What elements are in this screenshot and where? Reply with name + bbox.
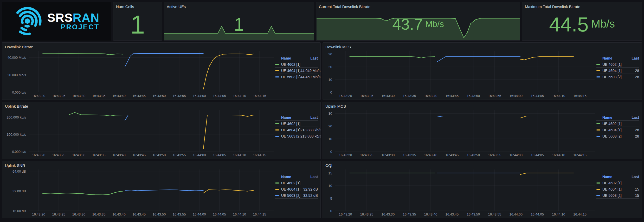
legend-row[interactable]: UE 5603 [2]28	[596, 74, 639, 80]
y-axis-labels: 40.000 Mb/s20.000 Mb/s0.000 b/s	[4, 51, 29, 92]
logo-wordmark: SRSRAN PROJECT	[47, 12, 99, 31]
x-tick-label: 16:43:20	[32, 94, 45, 98]
legend-name-header[interactable]: Name	[596, 115, 612, 120]
x-axis-labels: 16:43:2016:43:2516:43:3016:43:3516:43:40…	[335, 92, 595, 99]
x-tick-label: 16:43:45	[446, 94, 459, 98]
legend-row[interactable]: UE 4602 [1]	[596, 180, 639, 186]
x-tick-label: 16:43:25	[360, 153, 373, 157]
legend-header[interactable]: NameLast	[596, 174, 639, 180]
series-color-swatch-icon	[275, 195, 279, 196]
legend-series-name[interactable]: UE 5603 [2]	[281, 75, 300, 79]
panel-title-downlink-mcs[interactable]: Downlink MCS	[323, 43, 642, 50]
legend-row[interactable]: UE 5603 [2]44.459 Mb/s	[275, 74, 318, 80]
legend-last-header[interactable]: Last	[310, 56, 318, 60]
legend-row[interactable]: UE 4602 [1]	[275, 121, 318, 127]
panel-title-uplink-snr[interactable]: Uplink SNR	[2, 161, 320, 169]
legend-series-name[interactable]: UE 4602 [1]	[602, 62, 622, 67]
legend-last-header[interactable]: Last	[632, 175, 639, 179]
panel-max-downlink-bitrate: Maximum Total Downlink Bitrate 44.5 Mb/s	[522, 2, 642, 41]
legend-header[interactable]: NameLast	[596, 114, 639, 121]
dashboard: SRSRAN PROJECT Num Cells 1 Active UEs 1 …	[0, 0, 644, 222]
legend-row[interactable]: UE 4602 [1]	[275, 180, 318, 186]
panel-title-cqi[interactable]: CQI	[323, 161, 642, 169]
legend-series-name[interactable]: UE 4604 [1]	[602, 187, 622, 191]
legend-row[interactable]: UE 4602 [1]	[596, 61, 639, 68]
legend-row[interactable]: UE 4604 [1]44.049 Mb/s	[275, 68, 318, 74]
series-color-swatch-icon	[275, 129, 279, 130]
legend-series-name[interactable]: UE 4602 [1]	[281, 62, 300, 67]
legend-series-name[interactable]: UE 4602 [1]	[281, 181, 300, 185]
legend-row[interactable]: UE 5603 [2]15	[596, 192, 639, 199]
srsran-radar-icon	[14, 6, 43, 37]
legend-header[interactable]: NameLast	[275, 174, 318, 180]
legend-name-header[interactable]: Name	[275, 115, 291, 120]
x-tick-label: 16:43:50	[467, 212, 480, 216]
legend-series-name[interactable]: UE 4604 [1]	[602, 128, 622, 132]
x-tick-label: 16:44:10	[552, 94, 565, 98]
x-tick-label: 16:43:20	[339, 94, 352, 98]
panel-title-uplink-mcs[interactable]: Uplink MCS	[323, 102, 642, 110]
legend-series-name[interactable]: UE 4604 [1]	[281, 69, 300, 73]
x-tick-label: 16:43:35	[92, 212, 106, 216]
x-tick-label: 16:44:10	[233, 153, 246, 157]
panel-title-downlink-bitrate[interactable]: Downlink Bitrate	[2, 43, 320, 50]
chart-legend: NameLastUE 4602 [1]UE 4604 [1]15UE 5603 …	[595, 174, 640, 199]
legend-name-header[interactable]: Name	[275, 56, 291, 60]
legend-row[interactable]: UE 4604 [1]15	[596, 186, 639, 192]
legend-series-name[interactable]: UE 4602 [1]	[602, 122, 622, 126]
legend-row[interactable]: UE 5603 [2]32.52 dB	[275, 192, 318, 199]
x-tick-label: 16:43:55	[173, 153, 186, 157]
legend-last-header[interactable]: Last	[632, 56, 639, 60]
legend-row[interactable]: UE 5603 [2]28	[596, 133, 639, 139]
chart-plot[interactable]	[29, 169, 274, 211]
legend-last-header[interactable]: Last	[310, 175, 318, 179]
legend-series-name[interactable]: UE 4604 [1]	[602, 69, 622, 73]
legend-header[interactable]: NameLast	[275, 114, 318, 121]
legend-name-header[interactable]: Name	[596, 175, 612, 179]
y-axis-labels: 64.00 dB32.00 dB16.00 dB	[4, 169, 29, 211]
legend-last-header[interactable]: Last	[310, 115, 318, 120]
x-tick-label: 16:43:40	[112, 212, 126, 216]
chart-plot[interactable]	[29, 110, 274, 152]
panel-num-cells: Num Cells 1	[113, 2, 162, 41]
x-tick-label: 16:44:15	[573, 212, 587, 216]
y-tick-label: 20	[329, 124, 332, 128]
legend-series-name[interactable]: UE 5603 [2]	[602, 193, 622, 198]
y-tick-label: 32.00 dB	[12, 189, 26, 193]
panel-uplink-snr: Uplink SNR 64.00 dB32.00 dB16.00 dB Name…	[2, 161, 321, 218]
x-tick-label: 16:43:30	[382, 94, 395, 98]
legend-series-name[interactable]: UE 4602 [1]	[281, 122, 300, 126]
x-tick-label: 16:43:35	[403, 153, 416, 157]
legend-last-header[interactable]: Last	[632, 115, 639, 120]
legend-series-name[interactable]: UE 4604 [1]	[281, 187, 300, 191]
chart-legend: NameLastUE 4602 [1]UE 4604 [1]32.92 dBUE…	[274, 174, 318, 199]
legend-header[interactable]: NameLast	[596, 55, 639, 61]
legend-series-name[interactable]: UE 4602 [1]	[602, 181, 622, 185]
legend-row[interactable]: UE 4602 [1]	[275, 61, 318, 68]
legend-row[interactable]: UE 4604 [1]28	[596, 68, 639, 74]
legend-series-name[interactable]: UE 5603 [2]	[602, 134, 622, 138]
chart-plot[interactable]	[335, 110, 595, 152]
legend-row[interactable]: UE 4604 [1]28	[596, 127, 639, 133]
legend-series-name[interactable]: UE 5603 [2]	[281, 134, 300, 138]
series-color-swatch-icon	[275, 136, 279, 137]
legend-name-header[interactable]: Name	[596, 56, 612, 60]
chart-plot[interactable]	[335, 169, 595, 211]
legend-row[interactable]: UE 4602 [1]	[596, 121, 639, 127]
x-tick-label: 16:44:05	[213, 212, 226, 216]
legend-row[interactable]: UE 4604 [1]213.888 kb/s	[275, 127, 318, 133]
x-tick-label: 16:43:45	[132, 212, 146, 216]
legend-series-name[interactable]: UE 4604 [1]	[281, 128, 300, 132]
panel-title-uplink-bitrate[interactable]: Uplink Bitrate	[2, 102, 320, 110]
legend-last-value: 44.049 Mb/s	[300, 69, 320, 73]
chart-plot[interactable]	[29, 51, 274, 92]
legend-header[interactable]: NameLast	[275, 55, 318, 61]
legend-last-value: 28	[635, 128, 639, 132]
chart-plot[interactable]	[335, 51, 595, 92]
x-tick-label: 16:43:25	[360, 94, 373, 98]
legend-series-name[interactable]: UE 5603 [2]	[602, 75, 622, 79]
legend-name-header[interactable]: Name	[275, 175, 291, 179]
legend-row[interactable]: UE 5603 [2]213.888 kb/s	[275, 133, 318, 139]
legend-series-name[interactable]: UE 5603 [2]	[281, 193, 300, 198]
legend-row[interactable]: UE 4604 [1]32.92 dB	[275, 186, 318, 192]
